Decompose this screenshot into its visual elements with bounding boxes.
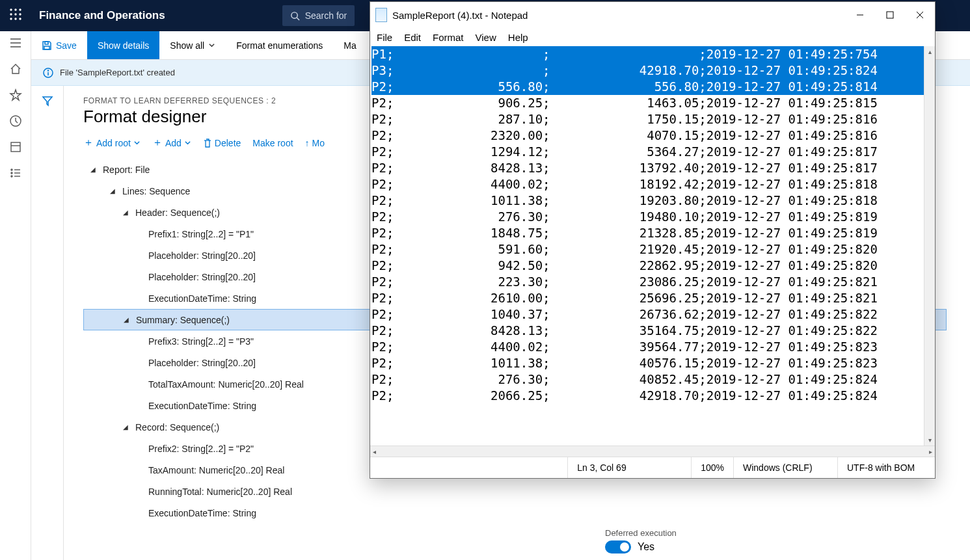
close-button[interactable] (905, 2, 935, 28)
text-line[interactable]: P2; 1011.38; 19203.80;2019-12-27 01:49:2… (371, 193, 935, 209)
show-details-button[interactable]: Show details (87, 31, 159, 59)
svg-marker-14 (10, 90, 21, 100)
status-eol: Windows (CRLF) (733, 457, 837, 478)
scroll-down-icon[interactable]: ▾ (924, 434, 935, 446)
text-line[interactable]: P2; 2066.25; 42918.70;2019-12-27 01:49:2… (371, 388, 935, 404)
text-line[interactable]: P2; 4400.02; 39564.77;2019-12-27 01:49:2… (371, 339, 935, 355)
notepad-text[interactable]: P1; ; ;2019-12-27 01:49:25:754P3; ; 4291… (370, 46, 935, 404)
text-line[interactable]: P2; 1040.37; 26736.62;2019-12-27 01:49:2… (371, 306, 935, 323)
text-line[interactable]: P2; 942.50; 22862.95;2019-12-27 01:49:25… (371, 258, 935, 274)
svg-point-8 (19, 18, 21, 20)
notepad-statusbar: Ln 3, Col 69 100% Windows (CRLF) UTF-8 w… (370, 457, 935, 478)
caret-down-icon[interactable]: ◢ (121, 209, 130, 216)
tree-label: ExecutionDateTime: String (143, 401, 256, 411)
make-root-button[interactable]: Make root (252, 138, 293, 148)
move-button[interactable]: ↑Mo (305, 138, 325, 148)
text-line[interactable]: P2; 4400.02; 18192.42;2019-12-27 01:49:2… (371, 176, 935, 193)
menu-help[interactable]: Help (508, 32, 528, 43)
trash-icon (203, 139, 212, 148)
text-line[interactable]: P2; 1848.75; 21328.85;2019-12-27 01:49:2… (371, 225, 935, 241)
text-line[interactable]: P1; ; ;2019-12-27 01:49:25:754 (371, 46, 935, 62)
minimize-button[interactable] (845, 2, 875, 28)
scroll-up-icon[interactable]: ▴ (924, 46, 935, 57)
text-line[interactable]: P2; 276.30; 40852.45;2019-12-27 01:49:25… (371, 371, 935, 388)
text-line[interactable]: P2; 276.30; 19480.10;2019-12-27 01:49:25… (371, 209, 935, 225)
format-enum-button[interactable]: Format enumerations (226, 31, 333, 59)
tree-label: Header: Sequence(;) (130, 207, 220, 218)
maximize-button[interactable] (875, 2, 905, 28)
notepad-window[interactable]: SampleReport (4).txt - Notepad FileEditF… (370, 1, 936, 479)
caret-down-icon[interactable]: ◢ (121, 423, 130, 431)
notepad-body[interactable]: P1; ; ;2019-12-27 01:49:25:754P3; ; 4291… (370, 46, 935, 446)
text-line[interactable]: P2; 8428.13; 13792.40;2019-12-27 01:49:2… (371, 160, 935, 176)
tree-row[interactable]: ExecutionDateTime: String (83, 502, 950, 524)
tree-label: ExecutionDateTime: String (143, 293, 256, 304)
home-icon[interactable] (9, 62, 22, 75)
notepad-icon (375, 8, 387, 22)
add-button[interactable]: ＋Add (152, 136, 191, 150)
search-icon (290, 11, 300, 21)
tree-label: Summary: Sequence(;) (131, 315, 230, 325)
tree-label: TotalTaxAmount: Numeric[20..20] Real (143, 379, 304, 390)
scrollbar-v[interactable]: ▴ ▾ (924, 46, 935, 446)
menu-format[interactable]: Format (433, 32, 464, 43)
scroll-left-icon[interactable]: ◂ (373, 448, 376, 455)
show-all-button[interactable]: Show all (159, 31, 226, 59)
toggle-pill[interactable] (605, 540, 631, 553)
module-icon[interactable] (9, 140, 22, 153)
status-zoom: 100% (691, 457, 733, 478)
details-panel: Deferred execution Yes (605, 528, 677, 553)
add-root-button[interactable]: ＋Add root (83, 136, 141, 150)
deferred-toggle[interactable]: Yes (605, 540, 677, 553)
svg-rect-16 (11, 142, 20, 152)
notepad-title: SampleReport (4).txt - Notepad (392, 10, 528, 21)
text-line[interactable]: P2; 2320.00; 4070.15;2019-12-27 01:49:25… (371, 127, 935, 144)
list-icon[interactable] (9, 167, 22, 180)
clock-icon[interactable] (9, 114, 22, 127)
text-line[interactable]: P2; 1294.12; 5364.27;2019-12-27 01:49:25… (371, 144, 935, 160)
text-line[interactable]: P2; 1011.38; 40576.15;2019-12-27 01:49:2… (371, 355, 935, 371)
notepad-menu: FileEditFormatViewHelp (370, 28, 935, 46)
svg-point-4 (14, 13, 16, 15)
search-box[interactable]: Search for (282, 5, 355, 26)
caret-down-icon[interactable]: ◢ (122, 316, 131, 323)
text-line[interactable]: P2; 223.30; 23086.25;2019-12-27 01:49:25… (371, 274, 935, 290)
filter-panel (31, 86, 64, 560)
save-button[interactable]: Save (31, 31, 87, 59)
waffle-icon[interactable] (0, 8, 31, 23)
text-line[interactable]: P2; 2610.00; 25696.25;2019-12-27 01:49:2… (371, 290, 935, 306)
svg-point-0 (10, 8, 12, 10)
svg-point-3 (10, 13, 12, 15)
scroll-right-icon[interactable]: ▸ (929, 448, 932, 455)
menu-icon[interactable] (9, 36, 22, 49)
tree-row[interactable]: RunningTotal: Numeric[20..20] Real (83, 481, 950, 502)
svg-point-6 (10, 18, 12, 20)
tree-label: Lines: Sequence (117, 186, 190, 196)
notepad-titlebar[interactable]: SampleReport (4).txt - Notepad (370, 2, 935, 28)
text-line[interactable]: P3; ; 42918.70;2019-12-27 01:49:25:824 (371, 62, 935, 79)
scrollbar-h[interactable]: ◂▸ (370, 446, 935, 457)
info-icon (43, 68, 53, 78)
menu-edit[interactable]: Edit (404, 32, 421, 43)
tree-label: Placeholder: String[20..20] (143, 250, 256, 261)
caret-down-icon[interactable]: ◢ (108, 187, 117, 194)
filter-icon[interactable] (42, 95, 53, 107)
text-line[interactable]: P2; 591.60; 21920.45;2019-12-27 01:49:25… (371, 241, 935, 258)
tree-label: RunningTotal: Numeric[20..20] Real (143, 487, 292, 497)
caret-down-icon[interactable]: ◢ (88, 166, 98, 173)
menu-view[interactable]: View (476, 32, 496, 43)
delete-button[interactable]: Delete (203, 138, 241, 148)
text-line[interactable]: P2; 906.25; 1463.05;2019-12-27 01:49:25:… (371, 95, 935, 111)
ma-button[interactable]: Ma (333, 31, 366, 59)
text-line[interactable]: P2; 287.10; 1750.15;2019-12-27 01:49:25:… (371, 111, 935, 127)
star-icon[interactable] (9, 88, 22, 101)
tree-label: Record: Sequence(;) (130, 422, 219, 433)
status-pos: Ln 3, Col 69 (567, 457, 691, 478)
menu-file[interactable]: File (377, 32, 392, 43)
svg-point-2 (19, 8, 21, 10)
left-rail (0, 31, 31, 560)
text-line[interactable]: P2; 556.80; 556.80;2019-12-27 01:49:25:8… (371, 79, 935, 95)
svg-point-20 (11, 172, 12, 174)
chevron-down-icon (133, 139, 141, 146)
text-line[interactable]: P2; 8428.13; 35164.75;2019-12-27 01:49:2… (371, 323, 935, 339)
